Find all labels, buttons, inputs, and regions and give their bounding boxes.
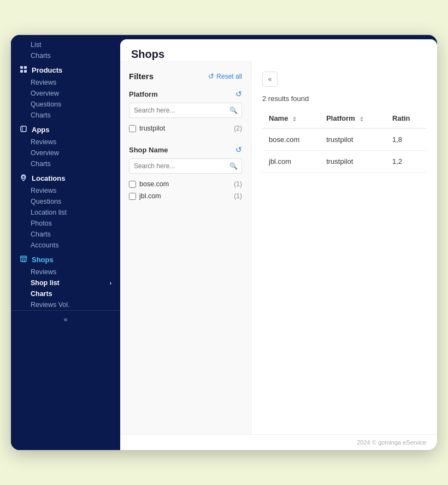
filter-platform-reload-icon[interactable]: ↺ (235, 90, 242, 98)
filter-shopname-label-bose: bose.com (139, 180, 169, 188)
sidebar-item-locations-charts[interactable]: Charts (11, 229, 120, 240)
svg-rect-1 (24, 66, 27, 69)
svg-rect-4 (21, 126, 26, 132)
collapse-results-button[interactable]: « (262, 72, 278, 87)
sidebar-item-shop-list[interactable]: Shop list › (11, 277, 120, 288)
results-table-header-row: Name Platform (262, 109, 426, 128)
filter-shopname-count-bose: (1) (234, 180, 242, 188)
copyright-text: 2024 © gominga eService (357, 439, 426, 446)
filters-title: Filters (129, 72, 154, 81)
cell-rating-jbl: 1,2 (386, 151, 426, 173)
sidebar-item-shops-reviews-vol[interactable]: Reviews Vol. (11, 299, 120, 310)
filters-header: Filters ↺ Reset all (129, 72, 242, 81)
reset-filters-button[interactable]: ↺ Reset all (208, 72, 242, 80)
filter-shopname-reload-icon[interactable]: ↺ (235, 145, 242, 154)
filter-shopname-option-jbl[interactable]: jbl.com (1) (129, 190, 242, 202)
filter-platform-option-label: trustpilot (139, 125, 165, 132)
col-platform[interactable]: Platform (320, 109, 386, 128)
footer-bar: 2024 © gominga eService (120, 434, 437, 450)
filter-shopname-option-bose[interactable]: bose.com (1) (129, 178, 242, 190)
apps-icon (20, 125, 27, 134)
double-chevron-icon: « (268, 75, 272, 83)
page-title: Shops (131, 48, 426, 61)
sidebar-item-products-reviews[interactable]: Reviews (11, 77, 120, 88)
sidebar-section-products[interactable]: Products (11, 61, 120, 77)
svg-rect-3 (24, 70, 27, 73)
main-layout: List Charts Products Reviews Overview Qu… (11, 35, 437, 450)
content-area: Shops Filters ↺ Reset all Plat (120, 39, 437, 450)
cell-name-jbl: jbl.com (262, 151, 320, 173)
results-table: Name Platform (262, 109, 426, 173)
sidebar-section-apps[interactable]: Apps (11, 121, 120, 137)
filter-platform-checkbox-trustpilot[interactable] (129, 125, 136, 132)
results-panel: « 2 results found Name (251, 61, 437, 434)
sidebar-item-locations-reviews[interactable]: Reviews (11, 185, 120, 196)
cell-platform-bose: trustpilot (320, 128, 386, 151)
filter-shopname-checkbox-bose[interactable] (129, 181, 136, 188)
col-rating[interactable]: Ratin (386, 109, 426, 128)
results-header: « (262, 72, 426, 87)
svg-rect-0 (20, 66, 23, 69)
filter-shopname-count-jbl: (1) (234, 192, 242, 200)
table-row: jbl.com trustpilot 1,2 (262, 151, 426, 173)
sidebar-item-products-questions[interactable]: Questions (11, 99, 120, 110)
sidebar-section-locations[interactable]: Locations (11, 169, 120, 185)
filter-platform-count: (2) (234, 125, 242, 132)
shops-icon (20, 255, 27, 264)
locations-icon (20, 174, 27, 183)
filter-group-shopname-header: Shop Name ↺ (129, 145, 242, 154)
results-count-area: 2 results found (262, 93, 426, 103)
filter-platform-option-trustpilot[interactable]: trustpilot (2) (129, 122, 242, 134)
filter-shopname-search-icon: 🔍 (229, 162, 238, 170)
filters-panel: Filters ↺ Reset all Platform ↺ (120, 61, 251, 434)
app-container: List Charts Products Reviews Overview Qu… (11, 35, 437, 450)
chevron-right-icon: › (110, 280, 111, 286)
filter-platform-search-wrap: 🔍 (129, 103, 242, 118)
sidebar-item-charts-top[interactable]: Charts (11, 50, 120, 61)
filter-platform-search-icon: 🔍 (229, 107, 238, 114)
col-platform-sort-icon (359, 116, 364, 122)
cell-name-bose: bose.com (262, 128, 320, 151)
sidebar-collapse-button[interactable]: « (11, 310, 120, 328)
sidebar-item-shops-reviews[interactable]: Reviews (11, 267, 120, 277)
sidebar-item-list[interactable]: List (11, 39, 120, 50)
col-name-sort-icon (292, 116, 297, 122)
filter-shopname-search[interactable] (129, 158, 242, 174)
filter-platform-label: Platform (129, 90, 158, 98)
svg-rect-2 (20, 70, 23, 73)
results-table-body: bose.com trustpilot 1,8 jbl.com trustpil… (262, 128, 426, 173)
sidebar-item-locations-photos[interactable]: Photos (11, 218, 120, 229)
sidebar-item-locations-list[interactable]: Location list (11, 207, 120, 218)
filter-shopname-checkbox-jbl[interactable] (129, 193, 136, 200)
sidebar-item-products-overview[interactable]: Overview (11, 88, 120, 99)
filter-platform-search[interactable] (129, 103, 242, 118)
sidebar-item-apps-charts[interactable]: Charts (11, 158, 120, 169)
sidebar-section-shops[interactable]: Shops (11, 251, 120, 267)
filter-group-platform: Platform ↺ 🔍 trustpilot (2) (129, 90, 242, 134)
sidebar-item-locations-questions[interactable]: Questions (11, 196, 120, 207)
sidebar-item-apps-overview[interactable]: Overview (11, 147, 120, 158)
sidebar-item-products-charts[interactable]: Charts (11, 110, 120, 121)
sidebar-item-shops-charts[interactable]: Charts (11, 288, 120, 299)
results-table-head: Name Platform (262, 109, 426, 128)
filter-group-platform-header: Platform ↺ (129, 90, 242, 98)
sidebar-item-locations-accounts[interactable]: Accounts (11, 240, 120, 251)
reset-icon: ↺ (208, 72, 214, 80)
products-icon (20, 66, 27, 75)
page-header: Shops (120, 39, 437, 61)
svg-point-6 (22, 176, 25, 179)
filter-shopname-search-wrap: 🔍 (129, 158, 242, 174)
filter-group-shopname: Shop Name ↺ 🔍 bose.com (1) (129, 145, 242, 202)
cell-platform-jbl: trustpilot (320, 151, 386, 173)
col-name[interactable]: Name (262, 109, 320, 128)
sidebar: List Charts Products Reviews Overview Qu… (11, 35, 120, 450)
cell-rating-bose: 1,8 (386, 128, 426, 151)
collapse-icon: « (63, 315, 67, 323)
filter-shopname-label: Shop Name (129, 146, 168, 154)
results-count: 2 results found (262, 94, 309, 103)
content-inner: Filters ↺ Reset all Platform ↺ (120, 61, 437, 434)
filter-shopname-label-jbl: jbl.com (139, 192, 161, 200)
sidebar-item-apps-reviews[interactable]: Reviews (11, 137, 120, 147)
table-row: bose.com trustpilot 1,8 (262, 128, 426, 151)
